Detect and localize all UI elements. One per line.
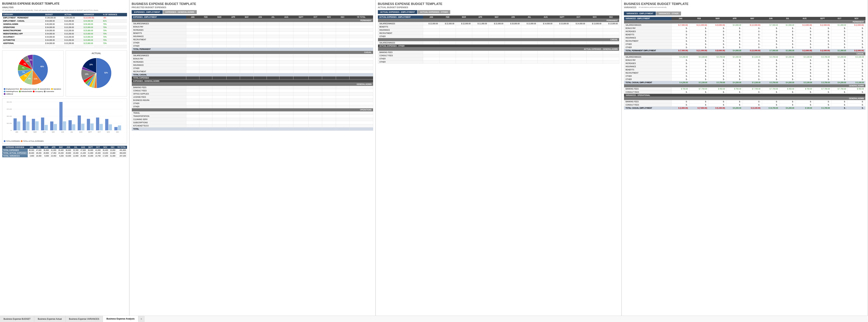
svg-rect-25 (23, 116, 26, 130)
svg-text:$20,000: $20,000 (7, 123, 12, 124)
var-section-permanent: PERMANENT (624, 21, 866, 24)
tab-analysis[interactable]: Business Expense Analysis (103, 316, 138, 322)
actual-expenses-other: ACTUAL EXPENSES - OTHER (378, 44, 619, 48)
table-row: KITCHENETTE/CO (132, 124, 373, 128)
tab-actual[interactable]: Business Expense Actual (34, 316, 65, 322)
analysis-row: ADDITIONAL $ 34,000.00 $ 10,200.00 $ 23,… (2, 42, 127, 45)
svg-rect-52 (105, 119, 108, 130)
summary-col-0: EXPENSE OVERVIEW (2, 146, 28, 149)
svg-rect-29 (35, 121, 39, 130)
casual-header: CASUAL (132, 51, 373, 54)
budget-tab-nav: EXPENSES - EMPLOYMENT EXPENSES - GENERAL… (132, 10, 373, 14)
table-row: INSURANCE (132, 35, 373, 38)
summary-row: TOTAL EXPENSES38,30047,60036,80041,00028… (2, 149, 127, 152)
var-casual-row: BONUS PAY$ -$ -$ -$ -$ -$ -$ -$ -$ -$ -$… (624, 59, 866, 62)
tab-add[interactable]: + (138, 316, 145, 322)
summary-col-1: JAN (28, 146, 35, 149)
actual-table-row: INSURANCE (378, 29, 619, 32)
actual-col-nov: NOV (587, 15, 603, 19)
var-col-oct: OCT (832, 17, 847, 21)
section-casual: CASUAL (132, 51, 373, 54)
table-row: SUBSCRIPTIONS (132, 121, 373, 124)
summary-col-8: AUG (80, 146, 87, 149)
var-row-salaries: SALARIES/WAGES $ (7,000.00) $ (11,000.00… (624, 24, 866, 27)
var-casual-row: RECRUITMENT$ -$ -$ -$ -$ -$ -$ -$ -$ -$ … (624, 71, 866, 75)
summary-col-10: OCT (94, 146, 102, 149)
actual-table-row: OTHER (378, 57, 619, 61)
var-section-general: GENERAL/ADMIN (624, 84, 866, 88)
col-pct: % OF VARIANCE (102, 13, 127, 16)
summary-col-12: DEC (109, 146, 116, 149)
budget-pie-chart-box: 40%11%9%7%7%7%7%6%6% Employment-PermEmpl… (2, 51, 63, 96)
var-col-jun: JUN (762, 17, 779, 21)
total-expenses-row: TOTAL EXPENSES (132, 76, 373, 79)
actual-tab-other[interactable]: ACTUAL EXPENSES - OTHER (417, 10, 450, 14)
svg-text:11%: 11% (34, 78, 37, 80)
variances-note: All calculations performed automatically… (639, 6, 667, 8)
budget-subtitle: PROJECTED BUDGET EXPENSES (132, 6, 373, 9)
analysis-total-row: TOTALS $ 491,800.00 $ 384,000.00 $ 207,2… (2, 45, 127, 48)
col-jun: JUN (253, 15, 267, 19)
legend-item: Website/Mobile (19, 91, 32, 92)
var-col-apr: APR (726, 17, 743, 21)
panel-analysis: BUSINESS EXPENSE BUDGET TEMPLATE ANALYSI… (0, 0, 129, 322)
budget-tab-employment[interactable]: EXPENSES - EMPLOYMENT (132, 10, 163, 14)
actual-pie-svg: 52%13%19% (79, 55, 114, 91)
col-actual: ACTUAL (63, 13, 83, 16)
actual-table-row: CONSULT FEES (378, 54, 619, 57)
svg-text:9%: 9% (28, 78, 31, 79)
section-operations: OPERATIONS (132, 108, 373, 111)
variances-subtitle: VARIANCES (624, 6, 636, 9)
section-permanent: PERMANENT (132, 19, 373, 22)
var-casual-row: BENEFITS$ -$ -$ -$ -$ -$ -$ -$ -$ -$ -$ … (624, 68, 866, 71)
variances-tab-employment[interactable]: VARIANCES - EMPLOYMENT (624, 11, 656, 15)
analysis-row: EMPLOYMENT - PERMANENT $ 198,000.00 $ 20… (2, 16, 127, 20)
svg-text:OCT: OCT (98, 131, 101, 133)
svg-text:$90,000: $90,000 (7, 101, 12, 103)
svg-rect-31 (41, 117, 44, 130)
tab-budget[interactable]: Business Expense BUDGET (0, 316, 34, 322)
expenses-other-header: EXPENSES - GENERAL/ADMIN (132, 79, 373, 83)
analysis-table: CATEGORY BUDGET ACTUAL VARIANCES % OF VA… (2, 13, 127, 48)
var-col-aug: AUG (796, 17, 813, 21)
legend-dot-actual (21, 140, 23, 142)
actual-tab-nav: ACTUAL EXPENSES - EMPLOYMENT ACTUAL EXPE… (378, 10, 619, 14)
svg-text:6%: 6% (30, 59, 32, 61)
table-row: TRANSPORTATION (132, 115, 373, 118)
var-row: INSURANCE$ -$ -$ -$ -$ -$ -$ -$ -$ -$ -$… (624, 36, 866, 39)
table-row: INCREASES (132, 61, 373, 64)
svg-text:7%: 7% (23, 63, 26, 65)
svg-text:DEC: DEC (116, 131, 119, 133)
actual-col-apr: APR (472, 15, 488, 19)
summary-row: TOTAL VARIANCES3,90018,4008,00023,4508,2… (2, 155, 127, 157)
actual-table-row: BANKING FEES (378, 51, 619, 54)
summary-col-3: MAR (42, 146, 50, 149)
budget-tab-other[interactable]: EXPENSES - GENERAL/ADMIN (163, 10, 197, 14)
var-col-feb: FEB (689, 17, 709, 21)
actual-table-row: OTHER (378, 35, 619, 38)
tab-variances[interactable]: Business Expense VARIANCES (65, 316, 103, 322)
svg-text:NOV: NOV (107, 131, 110, 133)
analysis-section-label: ANALYSIS (2, 6, 127, 9)
variances-tab-other[interactable]: VARIANCES - OTHER (656, 11, 681, 15)
var-section-operational: GENERAL/ADMIN (624, 97, 866, 100)
table-row: RECRUITMENT (132, 70, 373, 73)
svg-text:$70,000: $70,000 (7, 108, 12, 110)
summary-col-2: FEB (35, 146, 42, 149)
var-col-may: MAY (743, 17, 762, 21)
var-general-row: CONSULT FEES$ -$ -$ -$ -$ -$ -$ -$ -$ -$… (624, 91, 866, 94)
svg-text:FEB: FEB (25, 131, 27, 133)
actual-tab-employment[interactable]: ACTUAL EXPENSES - EMPLOYMENT (378, 10, 417, 14)
actual-section-permanent: PERMANENT (378, 19, 619, 22)
summary-col-13: YR TOTAL (116, 146, 127, 149)
col-feb: FEB (199, 15, 212, 19)
budget-pie-svg: 40%11%9%7%7%7%7%6%6% (15, 52, 51, 88)
actual-chart-label: ACTUAL (67, 52, 125, 55)
svg-rect-32 (44, 125, 48, 130)
table-row: CLEANING SERV (132, 118, 373, 121)
svg-rect-49 (96, 117, 99, 130)
svg-rect-53 (109, 124, 112, 130)
pie-slice-0 (96, 58, 112, 88)
var-op-row: BANKING FEES$ -$ -$ -$ -$ -$ -$ -$ -$ -$… (624, 100, 866, 103)
table-row: BANKING FEES (132, 86, 373, 89)
